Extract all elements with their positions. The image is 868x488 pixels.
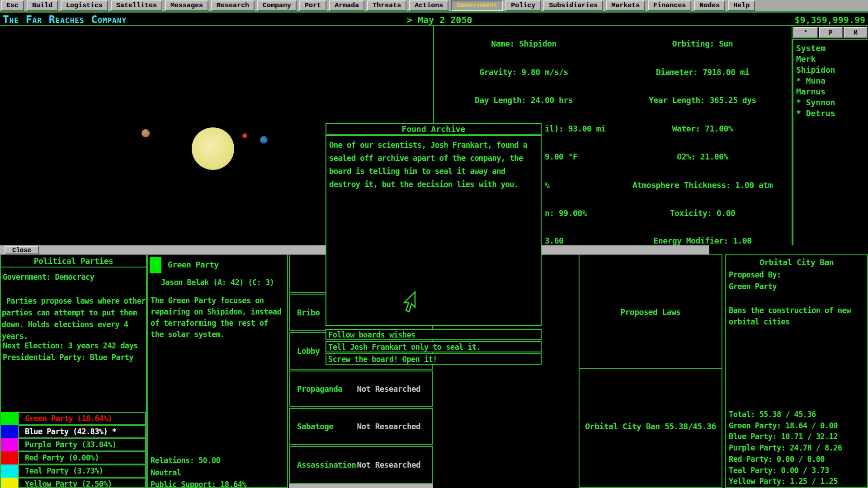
government-type: Government: Democracy xyxy=(3,272,94,282)
event-dialog: Found Archive One of our scientists, Jos… xyxy=(326,123,542,366)
planet-stat-fragment: 3.60 xyxy=(545,236,563,245)
action-propaganda[interactable]: Propaganda Not Researched xyxy=(289,371,433,407)
divider xyxy=(289,484,433,488)
menu-item-company[interactable]: Company xyxy=(257,0,297,11)
menu-item-markets[interactable]: Markets xyxy=(606,0,645,11)
planet-toxicity: Toxicity: 0.00 xyxy=(613,208,792,218)
planet-orbiting: Orbiting: Sun xyxy=(613,39,792,48)
party-leader: Jason Belak (A: 42) (C: 3) xyxy=(148,278,287,287)
law-proposed-by: Green Party xyxy=(729,282,777,291)
next-election: Next Election: 3 years 242 days xyxy=(3,341,138,350)
action-label: Bribe xyxy=(297,308,320,317)
party-row-yellow[interactable]: Yellow Party (2.50%) xyxy=(1,478,146,488)
sidebar-item-muna[interactable]: * Muna xyxy=(796,75,868,86)
party-color-swatch xyxy=(1,478,18,488)
vote-purple: Purple Party: 24.78 / 8.26 xyxy=(729,442,842,454)
menu-item-actions[interactable]: Actions xyxy=(409,0,448,11)
party-row-green[interactable]: Green Party (18.64%) xyxy=(1,412,146,425)
action-sabatoge[interactable]: Sabatoge Not Researched xyxy=(289,408,433,445)
action-label: Lobby xyxy=(297,347,320,356)
party-row-label: Green Party (18.64%) xyxy=(18,412,146,425)
party-row-red[interactable]: Red Party (0.00%) xyxy=(1,451,146,465)
menu-item-threats[interactable]: Threats xyxy=(367,0,406,11)
menu-item-logistics[interactable]: Logistics xyxy=(61,0,108,11)
party-row-purple[interactable]: Purple Party (33.04%) xyxy=(1,438,146,451)
menu-item-build[interactable]: Build xyxy=(27,0,58,11)
menu-item-research[interactable]: Research xyxy=(211,0,255,11)
sidebar-star-button[interactable]: * xyxy=(793,27,818,38)
vote-green: Green Party: 18.64 / 0.00 xyxy=(729,420,842,432)
proposed-laws-header: Proposed Laws xyxy=(620,307,680,317)
sidebar-item-shipidon[interactable]: Shipidon xyxy=(796,65,868,75)
vote-teal: Teal Party: 0.00 / 3.73 xyxy=(729,465,842,476)
party-row-label: Blue Party (42.83%) * xyxy=(18,425,146,438)
dialog-option-open-it[interactable]: Screw the board! Open it! xyxy=(326,353,542,365)
action-assassination[interactable]: Assassination Not Researched xyxy=(289,446,433,484)
earth-like-planet[interactable] xyxy=(260,136,268,144)
law-list-item-orbital-city-ban[interactable]: Orbital City Ban 55.38/45.36 xyxy=(580,422,722,431)
sidebar-item-detrus[interactable]: * Detrus xyxy=(796,108,868,119)
party-row-label: Red Party (0.00%) xyxy=(18,451,146,465)
vote-blue: Blue Party: 10.71 / 32.12 xyxy=(729,431,842,442)
menu-item-policy[interactable]: Policy xyxy=(505,0,541,11)
continent xyxy=(261,138,264,140)
sidebar-item-system[interactable]: System xyxy=(796,43,868,54)
menu-item-help[interactable]: Help xyxy=(728,0,755,11)
cursor-icon xyxy=(400,291,418,314)
party-row-label: Purple Party (33.04%) xyxy=(18,438,146,451)
menu-item-finances[interactable]: Finances xyxy=(648,0,691,11)
menu-item-government[interactable]: Government xyxy=(451,0,503,11)
menu-item-armada[interactable]: Armada xyxy=(329,0,364,11)
party-relations: Relations: 50.00 xyxy=(151,456,220,465)
top-menu-bar: Esc Build Logistics Satellites Messages … xyxy=(0,0,868,13)
planet-name: Name: Shipidon xyxy=(434,39,613,48)
red-planet[interactable] xyxy=(242,133,247,138)
dialog-option-follow-board[interactable]: Follow boards wishes xyxy=(326,329,542,340)
dialog-body-text: One of our scientists, Josh Frankart, fo… xyxy=(326,135,542,326)
sidebar-p-button[interactable]: P xyxy=(819,27,843,38)
title-bar: The Far Reaches Company > May 2 2050 $9,… xyxy=(0,13,868,25)
system-body-list: System Merk Shipidon * Muna Marnus * Syn… xyxy=(793,39,868,245)
planet-temperature-fragment: 9.00 °F xyxy=(545,152,577,161)
law-vote-breakdown: Total: 55.38 / 45.36 Green Party: 18.64 … xyxy=(729,409,842,487)
planet-o2: O2%: 21.00% xyxy=(613,152,792,161)
vote-total: Total: 55.38 / 45.36 xyxy=(729,409,842,420)
party-stance: Neutral xyxy=(151,468,181,477)
dialog-option-seal-only[interactable]: Tell Josh Frankart only to seal it. xyxy=(326,341,542,352)
party-detail-panel: Green Party Jason Belak (A: 42) (C: 3) T… xyxy=(147,254,288,488)
party-color-swatch xyxy=(1,451,18,465)
sidebar-item-synnon[interactable]: * Synnon xyxy=(796,97,868,108)
planet-day-length: Day Length: 24.00 hrs xyxy=(434,95,613,105)
close-button[interactable]: Close xyxy=(5,246,39,254)
law-title: Orbital City Ban xyxy=(726,258,867,267)
menu-item-subsidiaries[interactable]: Subsidiaries xyxy=(543,0,603,11)
law-proposed-by-label: Proposed By: xyxy=(729,270,781,279)
menu-item-port[interactable]: Port xyxy=(299,0,326,11)
sidebar-m-button[interactable]: M xyxy=(844,27,868,38)
party-description: The Green Party focuses on repairing on … xyxy=(151,295,285,340)
action-status: Not Researched xyxy=(357,385,420,394)
menu-item-messages[interactable]: Messages xyxy=(165,0,208,11)
menu-item-esc[interactable]: Esc xyxy=(1,0,24,11)
planet-stat-fragment: % xyxy=(545,180,549,190)
party-row-teal[interactable]: Teal Party (3.73%) xyxy=(1,465,146,478)
government-description: Parties propose laws where other parties… xyxy=(2,295,146,342)
menu-item-satellites[interactable]: Satellites xyxy=(111,0,162,11)
political-parties-header: Political Parties xyxy=(1,255,146,267)
action-label: Sabatoge xyxy=(297,422,333,431)
vote-yellow: Yellow Party: 1.25 / 1.25 xyxy=(729,476,842,487)
proposed-laws-panel: Proposed Laws Orbital City Ban 55.38/45.… xyxy=(579,254,722,488)
sidebar-item-marnus[interactable]: Marnus xyxy=(796,86,868,97)
sun[interactable] xyxy=(192,127,234,170)
action-label: Assassination xyxy=(297,460,356,469)
party-row-blue[interactable]: Blue Party (42.83%) * xyxy=(1,425,146,438)
menu-item-nodes[interactable]: Nodes xyxy=(694,0,725,11)
sidebar-item-merk[interactable]: Merk xyxy=(796,54,868,65)
company-name: The Far Reaches Company xyxy=(3,14,127,25)
political-parties-panel: Political Parties Government: Democracy … xyxy=(0,254,147,488)
action-status: Not Researched xyxy=(357,422,420,431)
continent xyxy=(264,140,266,142)
orange-planet[interactable] xyxy=(142,129,150,137)
selected-party-swatch xyxy=(150,257,161,273)
money-balance: $9,359,999.99 xyxy=(794,14,865,25)
